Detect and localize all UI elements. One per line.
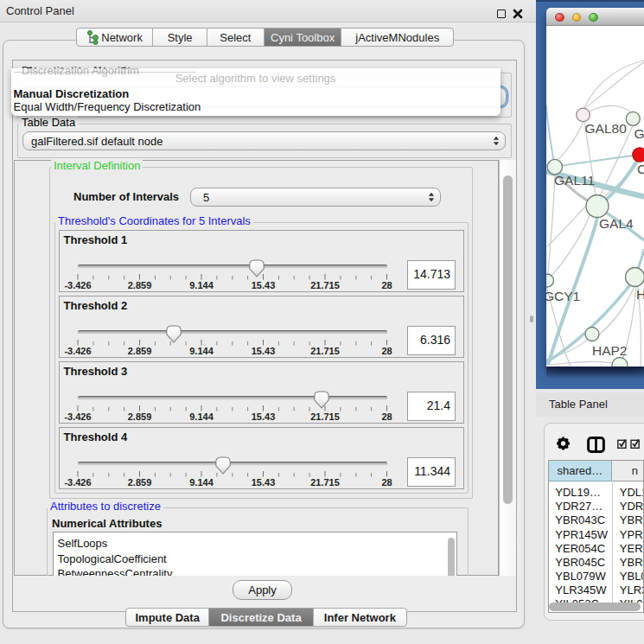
svg-text:HAP2: HAP2 [592,342,628,357]
svg-text:GAL4: GAL4 [599,216,634,231]
svg-text:GA: GA [634,126,644,141]
svg-text:GAL11: GAL11 [554,173,595,188]
svg-text:GCY1: GCY1 [546,289,580,303]
svg-text:C: C [637,162,644,176]
svg-text:GAL80: GAL80 [585,121,628,136]
svg-text:H: H [636,287,644,302]
